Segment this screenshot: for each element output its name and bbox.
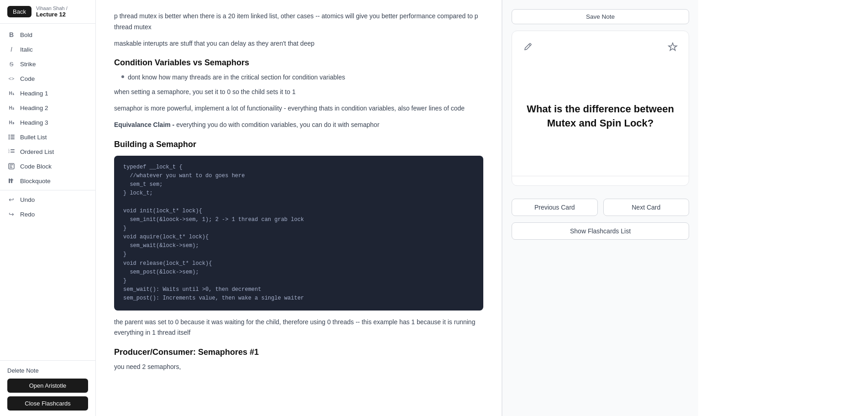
editor-para-4-bold: Equivalance Claim - [114,121,174,128]
sidebar-username: Vihaan Shah / [36,5,68,11]
sidebar-item-code[interactable]: <> Code [0,71,95,86]
svg-rect-9 [10,152,15,153]
heading2-icon: H₂ [7,104,16,112]
sidebar-items: B Bold I Italic S Strike <> Code H₁ Head… [0,24,95,360]
edit-icon [523,42,532,54]
sidebar-item-label: Bold [20,32,32,38]
sidebar-item-strike[interactable]: S Strike [0,57,95,71]
sidebar-item-bullet-list[interactable]: Bullet List [0,130,95,144]
sidebar-item-label: Strike [20,61,36,68]
svg-rect-1 [10,135,15,136]
sidebar-item-redo[interactable]: ↪ Redo [0,207,95,221]
show-flashcards-list-button[interactable]: Show Flashcards List [512,222,689,240]
sidebar-item-heading1[interactable]: H₁ Heading 1 [0,86,95,100]
sidebar-item-code-block[interactable]: Code Block [0,159,95,174]
editor-heading-producer: Producer/Consumer: Semaphores #1 [114,348,483,357]
sidebar-item-label: Bullet List [20,134,47,141]
code-icon: <> [7,74,16,83]
svg-point-0 [9,135,10,136]
heading3-icon: H₃ [7,118,16,126]
sidebar-item-blockquote[interactable]: Blockquote [0,174,95,188]
sidebar-item-label: Code Block [20,163,52,170]
heading1-icon: H₁ [7,89,16,97]
sidebar-item-label: Undo [20,196,35,203]
back-button[interactable]: Back [7,6,31,17]
flashcard-card: What is the difference between Mutex and… [512,31,689,186]
redo-icon: ↪ [7,210,16,218]
save-note-button[interactable]: Save Note [512,9,689,24]
strike-icon: S [7,60,16,68]
flashcard-top-actions [521,40,680,56]
sidebar-divider [0,190,95,190]
ordered-list-icon: 1. 2. [7,147,16,156]
flashcard-divider [512,176,689,176]
close-flashcards-button[interactable]: Close Flashcards [7,396,88,411]
editor-code-block: typedef __lock_t { //whatever you want t… [114,156,483,311]
editor-heading-condition: Condition Variables vs Semaphors [114,58,483,68]
sidebar-item-heading2[interactable]: H₂ Heading 2 [0,100,95,115]
svg-rect-17 [12,179,13,180]
svg-rect-15 [11,179,12,183]
sidebar-item-heading3[interactable]: H₃ Heading 3 [0,115,95,130]
svg-rect-12 [10,166,12,167]
open-aristotle-button[interactable]: Open Aristotle [7,379,88,393]
sidebar-item-bold[interactable]: B Bold [0,27,95,42]
svg-rect-13 [10,167,12,168]
editor-para-4: Equivalance Claim - everything you do wi… [114,120,483,131]
content-wrapper: p thread mutex is better when there is a… [96,0,868,416]
bold-icon: B [7,31,16,39]
svg-point-4 [9,138,10,140]
sidebar: Back Vihaan Shah / Lecture 12 B Bold I I… [0,0,96,416]
code-block-icon [7,162,16,170]
sidebar-item-italic[interactable]: I Italic [0,42,95,57]
sidebar-lecture: Lecture 12 [36,11,68,18]
svg-rect-5 [10,138,15,139]
svg-rect-14 [9,179,10,183]
sidebar-item-label: Blockquote [20,178,51,184]
previous-card-button[interactable]: Previous Card [512,199,598,216]
editor-para-5: the parent was set to 0 because it was w… [114,317,483,339]
editor-bullet-1: dont know how many threads are in the cr… [114,72,483,83]
flashcard-nav: Previous Card Next Card [512,199,689,216]
editor-bullet-text: dont know how many threads are in the cr… [128,72,345,83]
sidebar-item-undo[interactable]: ↩ Undo [0,192,95,207]
flashcard-question-area: What is the difference between Mutex and… [521,62,680,176]
editor-area: p thread mutex is better when there is a… [96,0,502,416]
sidebar-item-ordered-list[interactable]: 1. 2. Ordered List [0,144,95,159]
undo-icon: ↩ [7,195,16,204]
sidebar-item-label: Heading 3 [20,119,48,126]
blockquote-icon [7,177,16,185]
edit-flashcard-button[interactable] [521,41,534,56]
svg-rect-11 [10,164,13,165]
svg-rect-16 [10,179,11,180]
italic-icon: I [7,45,16,53]
svg-rect-3 [10,137,15,137]
svg-text:2.: 2. [8,151,10,153]
bullet-list-icon [7,133,16,141]
star-icon [668,42,678,54]
sidebar-item-label: Redo [20,211,35,218]
editor-para-3: semaphor is more powerful, implement a l… [114,103,483,114]
svg-rect-7 [10,149,15,150]
flashcard-panel: Save Note [502,0,698,416]
editor-heading-semaphor: Building a Semaphor [114,140,483,149]
sidebar-item-label: Italic [20,46,33,53]
editor-para-6: you need 2 semaphors, [114,362,483,373]
sidebar-item-label: Heading 2 [20,105,48,111]
sidebar-item-label: Code [20,75,35,82]
editor-paragraph-1: p thread mutex is better when there is a… [114,11,483,33]
flashcard-question: What is the difference between Mutex and… [521,102,680,131]
delete-note-label[interactable]: Delete Note [7,366,88,375]
bullet-dot [121,75,124,78]
sidebar-item-label: Ordered List [20,148,54,155]
star-flashcard-button[interactable] [666,40,680,56]
sidebar-footer: Delete Note Open Aristotle Close Flashca… [0,360,95,416]
next-card-button[interactable]: Next Card [603,199,690,216]
editor-para-4-rest: everything you do with comdition variabl… [174,121,379,128]
svg-point-2 [9,137,10,138]
editor-paragraph-2: maskable interupts are stuff that you ca… [114,38,483,49]
sidebar-header: Back Vihaan Shah / Lecture 12 [0,0,95,24]
sidebar-item-label: Heading 1 [20,90,48,97]
editor-para-2: when setting a semaphore, you set it to … [114,87,483,98]
sidebar-title-group: Vihaan Shah / Lecture 12 [36,5,68,18]
